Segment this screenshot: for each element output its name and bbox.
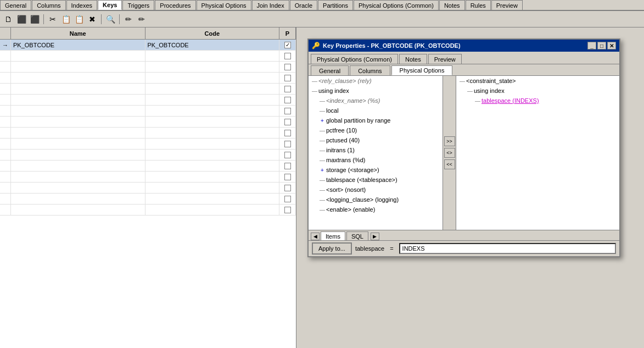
table-row[interactable]: [0, 62, 296, 73]
list-item[interactable]: — <rely_clause> (rely): [309, 76, 443, 86]
dialog-title: Key Properties - PK_OBTCODE (PK_OBTCODE): [323, 42, 587, 49]
transfer-buttons: >> <> <<: [443, 76, 456, 230]
list-item[interactable]: — <constraint_state>: [456, 76, 619, 86]
list-item[interactable]: — <index_name> (%s): [309, 96, 443, 106]
col-code: Code: [145, 27, 280, 39]
list-item[interactable]: — pctused (40): [309, 135, 443, 145]
paste2-button[interactable]: 📋: [73, 13, 85, 25]
keys-grid: Name Code P → PK_OBTCODE PK_OBTCODE ✓: [0, 27, 296, 348]
table-row[interactable]: [0, 51, 296, 62]
table-row[interactable]: [0, 84, 296, 95]
list-item[interactable]: — <enable> (enable): [309, 205, 443, 214]
tab-procedures[interactable]: Procedures: [155, 0, 195, 10]
table-row[interactable]: [0, 117, 296, 128]
tab-general[interactable]: General: [0, 0, 31, 10]
col-name: Name: [11, 27, 145, 39]
tab-notes[interactable]: Notes: [439, 0, 465, 10]
table-row[interactable]: [0, 139, 296, 150]
list-item[interactable]: — tablespace (<tablespace>): [309, 175, 443, 185]
dialog-tab-notes[interactable]: Notes: [399, 54, 427, 64]
table-row[interactable]: → PK_OBTCODE PK_OBTCODE ✓: [0, 40, 296, 51]
table-row[interactable]: [0, 150, 296, 161]
bottom-tab-sql[interactable]: SQL: [346, 231, 368, 240]
tab-physical-options-common[interactable]: Physical Options (Common): [354, 0, 439, 10]
list-item[interactable]: — using index: [456, 86, 619, 96]
minimize-button[interactable]: _: [587, 42, 596, 49]
copy2-button[interactable]: 📋: [60, 13, 72, 25]
tab-indexes[interactable]: Indexes: [66, 0, 98, 10]
left-tree-scroll[interactable]: — <rely_clause> (rely) — using index — <…: [309, 76, 443, 230]
dialog-tab-physical-common[interactable]: Physical Options (Common): [311, 54, 398, 64]
table-row[interactable]: [0, 194, 296, 205]
table-row[interactable]: [0, 205, 296, 216]
tab-columns[interactable]: Columns: [32, 0, 65, 10]
cut-button[interactable]: ✂: [47, 13, 59, 25]
table-row[interactable]: [0, 106, 296, 117]
dialog-subtab-bar: General Columns Physical Options: [309, 64, 619, 76]
apply-to-button[interactable]: Apply to...: [312, 242, 352, 255]
edit2-button[interactable]: ✏: [136, 13, 148, 25]
dialog-icon: 🔑: [312, 42, 320, 49]
row-name: PK_OBTCODE: [11, 40, 145, 50]
bottom-tab-items[interactable]: Items: [321, 231, 345, 240]
maximize-button[interactable]: □: [597, 42, 606, 49]
tab-triggers[interactable]: Triggers: [122, 0, 154, 10]
right-tree-panel: — <constraint_state> — using index — tab…: [456, 76, 619, 230]
paste-button[interactable]: ⬛: [29, 13, 41, 25]
equals-sign: =: [388, 245, 395, 252]
left-scroll-button[interactable]: ◀: [311, 233, 320, 240]
bottom-tab-bar: ◀ Items SQL ▶: [309, 230, 619, 241]
list-item[interactable]: — tablespace (INDEXS): [456, 96, 619, 106]
list-item[interactable]: — maxtrans (%d): [309, 155, 443, 165]
table-row[interactable]: [0, 172, 296, 183]
tab-join-index[interactable]: Join Index: [252, 0, 289, 10]
tab-oracle[interactable]: Oracle: [290, 0, 317, 10]
tablespace-input[interactable]: [399, 243, 616, 254]
row-code: PK_OBTCODE: [145, 40, 280, 50]
separator-3: [119, 14, 120, 24]
move-button[interactable]: <>: [444, 148, 455, 158]
right-scroll-button[interactable]: ▶: [371, 233, 379, 240]
list-item[interactable]: — <logging_clause> (logging): [309, 195, 443, 205]
key-properties-dialog: 🔑 Key Properties - PK_OBTCODE (PK_OBTCOD…: [307, 38, 620, 257]
tab-keys[interactable]: Keys: [98, 0, 122, 10]
table-row[interactable]: [0, 183, 296, 194]
table-row[interactable]: [0, 161, 296, 172]
main-tab-bar: General Columns Indexes Keys Triggers Pr…: [0, 0, 644, 11]
list-item[interactable]: — local: [309, 106, 443, 115]
table-row[interactable]: [0, 128, 296, 139]
delete-button[interactable]: ✖: [86, 13, 98, 25]
list-item[interactable]: + storage (<storage>): [309, 165, 443, 175]
tab-preview[interactable]: Preview: [491, 0, 523, 10]
list-item[interactable]: — using index: [309, 86, 443, 96]
list-item[interactable]: — <sort> (nosort): [309, 185, 443, 195]
list-item[interactable]: — pctfree (10): [309, 125, 443, 135]
separator-1: [43, 14, 44, 24]
dialog-content: — <rely_clause> (rely) — using index — <…: [309, 76, 619, 230]
table-row[interactable]: [0, 73, 296, 84]
dialog-subtab-columns[interactable]: Columns: [350, 65, 390, 75]
add-right-button[interactable]: >>: [444, 136, 455, 146]
dialog-subtab-physical-options[interactable]: Physical Options: [391, 65, 453, 75]
dialog-tab-preview[interactable]: Preview: [428, 54, 462, 64]
table-row[interactable]: [0, 95, 296, 106]
edit-button[interactable]: ✏: [122, 13, 135, 25]
new-button[interactable]: 🗋: [2, 13, 14, 25]
tab-rules[interactable]: Rules: [466, 0, 491, 10]
tab-partitions[interactable]: Partitions: [318, 0, 353, 10]
dialog-subtab-general[interactable]: General: [311, 65, 349, 75]
tab-physical-options[interactable]: Physical Options: [197, 0, 251, 10]
close-button[interactable]: ✕: [607, 42, 616, 49]
tablespace-label: tablespace: [355, 245, 384, 252]
search-button[interactable]: 🔍: [104, 13, 116, 25]
main-toolbar: 🗋 ⬛ ⬛ ✂ 📋 📋 ✖ 🔍 ✏ ✏: [0, 11, 644, 27]
copy-button[interactable]: ⬛: [15, 13, 27, 25]
col-p: P: [279, 27, 296, 39]
list-item[interactable]: — initrans (1): [309, 145, 443, 155]
right-panel: 3704635正在观看视频 🔑 Key Properties - PK_OBTC…: [296, 27, 644, 348]
row-p[interactable]: ✓: [279, 40, 296, 50]
list-item[interactable]: + global partition by range: [309, 115, 443, 125]
row-arrow: →: [0, 40, 11, 50]
remove-left-button[interactable]: <<: [444, 159, 455, 169]
separator-2: [101, 14, 102, 24]
